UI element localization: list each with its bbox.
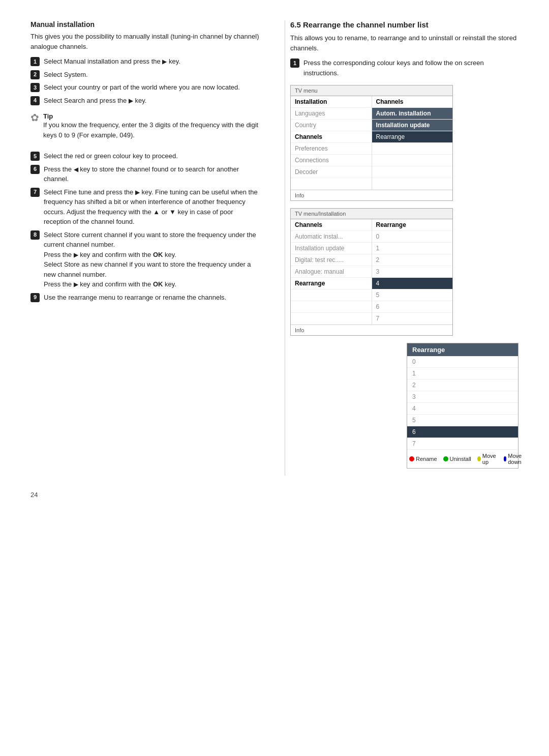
tv-menu-row: 7: [372, 313, 453, 325]
tv-menu-1-col1: Installation Languages Country Channels …: [291, 96, 372, 190]
tv-menu-2-body: Channels Automatic instal... Installatio…: [291, 219, 452, 325]
step-8-text: Select Store current channel if you want…: [44, 230, 259, 289]
tv-menu-row: [291, 178, 372, 190]
step-6-text: Press the ◀ key to store the channel fou…: [44, 164, 259, 184]
tv-menu-row: 1: [372, 243, 453, 254]
step-7: 7 Select Fine tune and press the ▶ key. …: [30, 187, 259, 227]
step-num-9: 9: [30, 293, 40, 302]
tv-menu-1-col2: Channels Autom. installation Installatio…: [372, 96, 453, 190]
tv-menu-row: Rearrange: [372, 219, 453, 231]
tv-menu-2-footer: Info: [291, 325, 452, 335]
blue-dot: [504, 456, 507, 461]
tv-menu-row: [291, 313, 372, 325]
tv-menu-2: TV menu/Installation Channels Automatic …: [290, 208, 453, 336]
step-4-text: Select Search and press the ▶ key.: [44, 96, 146, 106]
right-step-1: 1 Press the corresponding colour keys an…: [290, 58, 518, 78]
tip-content: Tip If you know the frequency, enter the…: [43, 112, 259, 144]
step-1: 1 Select Manual installation and press t…: [30, 56, 259, 67]
tv-menu-row: Rearrange: [291, 278, 372, 289]
rearrange-header: Rearrange: [407, 343, 518, 356]
section-6-5-title: 6.5 Rearrange the channel number list: [290, 20, 518, 29]
rearrange-row: 3: [407, 391, 518, 403]
step-1-text: Select Manual installation and press the…: [44, 56, 180, 67]
tv-menu-1-header: TV menu: [291, 85, 452, 96]
color-key-bar: Rename Uninstall Move up Move down: [407, 450, 518, 468]
tv-menu-row: 4: [372, 278, 453, 289]
step-9-text: Use the rearrange menu to rearrange or r…: [44, 293, 226, 303]
tv-menu-row: Installation update: [372, 120, 453, 131]
step-6: 6 Press the ◀ key to store the channel f…: [30, 164, 259, 184]
key-uninstall: Uninstall: [443, 456, 471, 462]
step-num-2: 2: [30, 70, 40, 79]
section-intro: This allows you to rename, to rearrange …: [290, 33, 518, 53]
key-uninstall-label: Uninstall: [450, 456, 471, 462]
step-num-6: 6: [30, 165, 40, 174]
tv-menu-1-footer: Info: [291, 190, 452, 200]
section-heading: Rearrange the channel number list: [303, 20, 429, 29]
tv-menu-row: Installation: [291, 96, 372, 108]
rearrange-row: 2: [407, 380, 518, 391]
key-rename-label: Rename: [416, 456, 437, 462]
step-num-1: 1: [30, 57, 40, 66]
step-num-5: 5: [30, 152, 40, 161]
tv-menu-row: 2: [372, 254, 453, 266]
tv-menu-row: [372, 143, 453, 155]
step-num-4: 4: [30, 96, 40, 105]
right-step-1-text: Press the corresponding colour keys and …: [303, 58, 518, 78]
tv-menu-row: Preferences: [291, 143, 372, 155]
tv-menu-row: Languages: [291, 108, 372, 120]
rearrange-row: 7: [407, 438, 518, 450]
tv-menu-3: Rearrange 0 1 2 3 4 5 6 7 Rename Uninsta…: [407, 343, 518, 469]
right-column: 6.5 Rearrange the channel number list Th…: [285, 20, 518, 476]
tv-menu-row: 6: [372, 301, 453, 313]
tip-box: ✿ Tip If you know the frequency, enter t…: [30, 112, 259, 144]
tv-menu-1-body: Installation Languages Country Channels …: [291, 96, 452, 190]
step-3-text: Select your country or part of the world…: [44, 82, 240, 93]
step-num-7: 7: [30, 188, 40, 197]
manual-installation-intro: This gives you the possibility to manual…: [30, 32, 259, 51]
tv-menu-row: Autom. installation: [372, 108, 453, 120]
tv-menu-row: 3: [372, 266, 453, 278]
tip-label: Tip: [43, 112, 53, 120]
tv-menu-2-container: TV menu/Installation Channels Automatic …: [290, 208, 518, 336]
green-dot: [443, 456, 448, 461]
step-8: 8 Select Store current channel if you wa…: [30, 230, 259, 289]
tv-menu-3-container: Rearrange 0 1 2 3 4 5 6 7 Rename Uninsta…: [290, 343, 518, 469]
rearrange-row: 5: [407, 415, 518, 426]
tv-menu-1-container: TV menu Installation Languages Country C…: [290, 85, 518, 201]
key-move-up-label: Move up: [482, 453, 498, 465]
left-column: Manual installation This gives you the p…: [30, 20, 264, 476]
step-2: 2 Select System.: [30, 70, 259, 80]
tv-menu-row: Country: [291, 120, 372, 131]
step-num-8: 8: [30, 230, 40, 240]
tv-menu-row: [291, 289, 372, 301]
tv-menu-2-col2: Rearrange 0 1 2 3 4 5 6 7: [372, 219, 453, 325]
tv-menu-row: Analogue: manual: [291, 266, 372, 278]
tv-menu-row: 5: [372, 289, 453, 301]
steps-list-2: 5 Select the red or green colour key to …: [30, 151, 259, 302]
key-move-down-label: Move down: [508, 453, 524, 465]
tv-menu-row: [291, 301, 372, 313]
step-5-text: Select the red or green colour key to pr…: [44, 151, 178, 161]
tv-menu-row: Channels: [291, 131, 372, 143]
section-number: 6.5: [290, 20, 301, 29]
step-9: 9 Use the rearrange menu to rearrange or…: [30, 293, 259, 303]
tv-menu-row: Digital: test rec.....: [291, 254, 372, 266]
key-rename: Rename: [409, 456, 437, 462]
rearrange-row: 0: [407, 356, 518, 368]
tv-menu-row: Decoder: [291, 166, 372, 178]
steps-list-1: 1 Select Manual installation and press t…: [30, 56, 259, 105]
rearrange-row: 1: [407, 368, 518, 380]
step-5: 5 Select the red or green colour key to …: [30, 151, 259, 161]
key-move-up: Move up: [477, 453, 498, 465]
tip-icon: ✿: [30, 112, 39, 123]
step-3: 3 Select your country or part of the wor…: [30, 82, 259, 93]
tv-menu-row: [372, 166, 453, 178]
right-step-num-1: 1: [290, 59, 299, 68]
step-num-3: 3: [30, 83, 40, 92]
red-dot: [409, 456, 414, 461]
tv-menu-row: Connections: [291, 155, 372, 166]
key-move-down: Move down: [504, 453, 524, 465]
right-steps: 1 Press the corresponding colour keys an…: [290, 58, 518, 78]
tv-menu-row: 0: [372, 231, 453, 243]
